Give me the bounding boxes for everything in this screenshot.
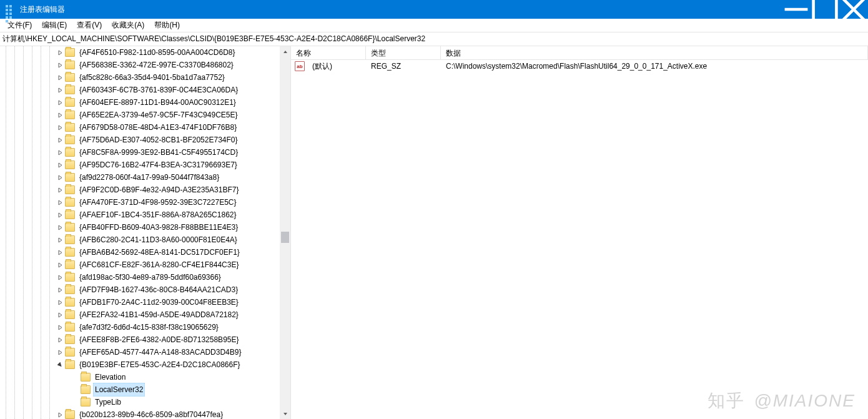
expand-icon[interactable] — [56, 99, 64, 106]
main-area: {AF4F6510-F982-11d0-8595-00AA004CD6D8}{A… — [0, 46, 868, 419]
tree-item[interactable]: Elevation — [0, 371, 290, 383]
tree-item[interactable]: {AFDB1F70-2A4C-11d2-9039-00C04F8EEB3E} — [0, 296, 290, 308]
col-header-name[interactable]: 名称 — [291, 46, 366, 59]
expand-icon[interactable] — [56, 199, 64, 206]
tree-item[interactable]: LocalServer32 — [0, 383, 290, 396]
expand-icon[interactable] — [56, 236, 64, 244]
tree-item[interactable]: {AF679D58-078E-48D4-A1E3-474F10DF76B8} — [0, 121, 290, 134]
tree-item[interactable]: {AF9F2C0D-6B9F-4e32-A94D-A3E235A31BF7} — [0, 184, 290, 196]
menu-file[interactable]: 文件(F) — [2, 19, 37, 32]
tree-item[interactable]: {afe7d3f2-6d6d-4c15-838f-f38c19065629} — [0, 321, 290, 333]
tree-item-label: Elevation — [93, 371, 127, 383]
tree-item[interactable]: {AF60343F-6C7B-3761-839F-0C44E3CA06DA} — [0, 84, 290, 96]
folder-icon — [65, 136, 75, 144]
expand-icon[interactable] — [56, 174, 64, 181]
expand-icon[interactable] — [56, 211, 64, 219]
expand-icon[interactable] — [56, 274, 64, 281]
folder-icon — [65, 173, 75, 182]
col-header-data[interactable]: 数据 — [441, 46, 868, 59]
expand-icon[interactable] — [56, 298, 64, 306]
tree-item[interactable]: {AFC681CF-E82F-361A-8280-CF4E1F844C3E} — [0, 259, 290, 271]
expand-icon[interactable] — [56, 61, 64, 69]
folder-icon — [65, 360, 75, 369]
tree-item[interactable]: {b020b123-89b9-46c6-8509-a8bf70447fea} — [0, 408, 290, 419]
svg-rect-0 — [814, 0, 837, 21]
expand-icon[interactable] — [56, 149, 64, 156]
tree-pane[interactable]: {AF4F6510-F982-11d0-8595-00AA004CD6D8}{A… — [0, 46, 291, 419]
minimize-button[interactable] — [782, 0, 811, 19]
expand-icon[interactable] — [56, 286, 64, 293]
expand-icon[interactable] — [56, 311, 64, 318]
tree-item[interactable]: {AFAEF10F-1BC4-351F-886A-878A265C1862} — [0, 209, 290, 221]
expand-icon[interactable] — [56, 186, 64, 194]
menu-favorites[interactable]: 收藏夹(A) — [107, 19, 149, 32]
tree-item[interactable]: {af9d2278-060f-4a17-99a9-5044f7f843a8} — [0, 171, 290, 184]
close-button[interactable] — [839, 0, 868, 19]
folder-icon — [65, 123, 75, 132]
tree-item[interactable]: {AFA470FE-371D-4F98-9592-39E3C7227E5C} — [0, 196, 290, 209]
list-row[interactable]: ab(默认)REG_SZC:\Windows\system32\Macromed… — [291, 60, 868, 72]
expand-icon[interactable] — [56, 224, 64, 231]
tree-item[interactable]: {AF4F6510-F982-11d0-8595-00AA004CD6D8} — [0, 46, 290, 59]
tree-item-label: {b020b123-89b9-46c6-8509-a8bf70447fea} — [77, 408, 225, 419]
scroll-thumb[interactable] — [281, 232, 289, 243]
tree-item-label: {AFA470FE-371D-4F98-9592-39E3C7227E5C} — [77, 196, 239, 209]
menu-help[interactable]: 帮助(H) — [149, 19, 185, 32]
expand-icon[interactable] — [56, 361, 64, 368]
tree-item[interactable]: {AFBA6B42-5692-48EA-8141-DC517DCF0EF1} — [0, 246, 290, 259]
tree-item[interactable]: TypeLib — [0, 396, 290, 408]
menu-view[interactable]: 查看(V) — [72, 19, 107, 32]
tree-item[interactable]: {AF56838E-3362-472E-997E-C3370B486802} — [0, 59, 290, 71]
tree-item[interactable]: {AFEE8F8B-2FE6-4382-A0DE-8D713258B95E} — [0, 333, 290, 346]
folder-icon — [65, 335, 75, 344]
tree-item[interactable]: {af5c828c-66a3-35d4-9401-5ba1d7aa7752} — [0, 71, 290, 84]
value-name: (默认) — [307, 61, 366, 72]
tree-item-label: {af5c828c-66a3-35d4-9401-5ba1d7aa7752} — [77, 71, 227, 84]
folder-icon — [65, 210, 75, 219]
menu-bar: 文件(F) 编辑(E) 查看(V) 收藏夹(A) 帮助(H) — [0, 19, 868, 32]
list-pane[interactable]: 名称 类型 数据 ab(默认)REG_SZC:\Windows\system32… — [291, 46, 868, 419]
col-header-type[interactable]: 类型 — [366, 46, 441, 59]
tree-item[interactable]: {afd198ac-5f30-4e89-a789-5ddf60a69366} — [0, 271, 290, 283]
expand-icon[interactable] — [56, 86, 64, 94]
tree-item-label: {AF679D58-078E-48D4-A1E3-474F10DF76B8} — [77, 121, 239, 134]
address-bar[interactable]: 计算机\HKEY_LOCAL_MACHINE\SOFTWARE\Classes\… — [0, 32, 868, 46]
menu-edit[interactable]: 编辑(E) — [37, 19, 72, 32]
tree-item-label: {AF9F2C0D-6B9F-4e32-A94D-A3E235A31BF7} — [77, 184, 240, 196]
tree-item[interactable]: {AFB40FFD-B609-40A3-9828-F88BBE11E4E3} — [0, 221, 290, 234]
tree-item[interactable]: {AF8C5F8A-9999-3E92-BB41-C5F4955174CD} — [0, 146, 290, 159]
tree-item[interactable]: {AF95DC76-16B2-47F4-B3EA-3C31796693E7} — [0, 159, 290, 171]
tree-item-label: {AF95DC76-16B2-47F4-B3EA-3C31796693E7} — [77, 159, 239, 171]
folder-icon — [65, 86, 75, 94]
tree-item[interactable]: {AFD7F94B-1627-436c-80C8-B464AA21CAD3} — [0, 283, 290, 296]
folder-icon — [65, 160, 75, 169]
expand-icon[interactable] — [56, 336, 64, 343]
tree-item[interactable]: {AF75D6AD-E307-4052-8CB1-BF2052E734F0} — [0, 134, 290, 146]
expand-icon[interactable] — [56, 261, 64, 269]
expand-icon[interactable] — [56, 136, 64, 144]
tree-item-label: TypeLib — [93, 396, 123, 408]
expand-icon[interactable] — [56, 249, 64, 256]
tree-item[interactable]: {AFEF65AD-4577-447A-A148-83ACADD3D4B9} — [0, 346, 290, 358]
tree-item[interactable]: {AFE2FA32-41B1-459d-A5DE-49ADD8A72182} — [0, 308, 290, 321]
expand-icon[interactable] — [56, 411, 64, 418]
tree-item[interactable]: {AF604EFE-8897-11D1-B944-00A0C90312E1} — [0, 96, 290, 109]
folder-icon — [65, 285, 75, 294]
maximize-button[interactable] — [811, 0, 839, 19]
scroll-down-button[interactable] — [280, 408, 290, 419]
tree-item[interactable]: {AFB6C280-2C41-11D3-8A60-0000F81E0E4A} — [0, 234, 290, 246]
tree-item[interactable]: {AF65E2EA-3739-4e57-9C5F-7F43C949CE5E} — [0, 109, 290, 121]
tree-item-label: {AFEE8F8B-2FE6-4382-A0DE-8D713258B95E} — [77, 333, 241, 346]
expand-icon[interactable] — [56, 348, 64, 356]
registry-tree[interactable]: {AF4F6510-F982-11d0-8595-00AA004CD6D8}{A… — [0, 46, 290, 419]
expand-icon[interactable] — [56, 161, 64, 169]
tree-item[interactable]: {B019E3BF-E7E5-453C-A2E4-D2C18CA0866F} — [0, 358, 290, 371]
expand-icon[interactable] — [56, 323, 64, 331]
scroll-up-button[interactable] — [280, 46, 290, 57]
tree-scrollbar[interactable] — [280, 46, 290, 419]
expand-icon[interactable] — [56, 124, 64, 131]
tree-item-label: {AF75D6AD-E307-4052-8CB1-BF2052E734F0} — [77, 134, 240, 146]
expand-icon[interactable] — [56, 49, 64, 56]
expand-icon[interactable] — [56, 74, 64, 81]
expand-icon[interactable] — [56, 111, 64, 119]
